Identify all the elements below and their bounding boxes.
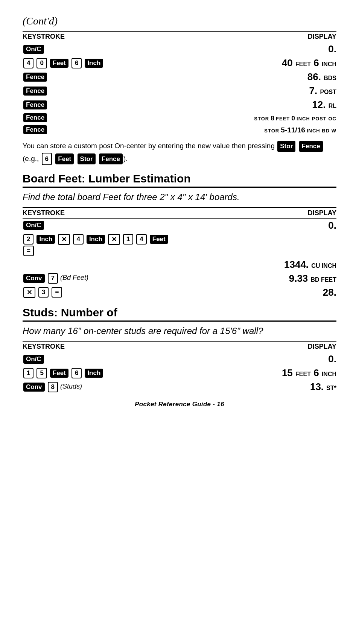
keystroke-cell: Fence <box>23 98 180 112</box>
key-inch3[interactable]: Inch <box>87 235 105 244</box>
keystroke-cell: Conv 7 (Bd Feet) <box>23 272 180 286</box>
key-times1[interactable]: ✕ <box>58 234 70 245</box>
display-label2: DISPLAY <box>308 209 336 217</box>
table-row: On/C 0. <box>23 219 336 232</box>
display-cell: 9.33 BD FEET <box>180 272 336 286</box>
key-6-para[interactable]: 6 <box>42 153 52 166</box>
bd-feet-label: (Bd Feet) <box>60 274 88 281</box>
key-1b[interactable]: 1 <box>23 368 33 378</box>
section1-header: KEYSTROKE DISPLAY <box>23 31 336 42</box>
key-inch[interactable]: Inch <box>85 59 103 68</box>
display-cell <box>180 232 336 258</box>
onc-key2[interactable]: On/C <box>23 221 44 230</box>
key-6b[interactable]: 6 <box>71 368 82 378</box>
section2-heading: Board Feet: Lumber Estimation <box>23 172 336 185</box>
display-cell: 28. <box>180 286 336 299</box>
onc-key[interactable]: On/C <box>23 45 44 54</box>
key-0[interactable]: 0 <box>37 58 47 68</box>
footer: Pocket Reference Guide - 16 <box>23 401 336 408</box>
key-equals2[interactable]: = <box>52 287 62 298</box>
key-times3[interactable]: ✕ <box>23 287 35 298</box>
key-equals[interactable]: = <box>23 246 34 256</box>
display-value: 9.33 BD FEET <box>289 273 336 284</box>
key-4[interactable]: 4 <box>73 234 83 245</box>
display-value: 28. <box>323 287 336 298</box>
key-8[interactable]: 8 <box>48 382 58 392</box>
studs-label: (Studs) <box>60 382 82 390</box>
table-row: 2 Inch ✕ 4 Inch ✕ 1 4 Feet = <box>23 232 336 258</box>
key-stor-para[interactable]: Stor <box>78 153 96 165</box>
keystroke-label3: KEYSTROKE <box>23 343 65 351</box>
display-value: 86. BDS <box>307 71 336 82</box>
key-feet3[interactable]: Feet <box>50 369 68 378</box>
key-stor[interactable]: Stor <box>277 141 295 152</box>
table-row: Fence STOR 8 FEET 0 INCH POST OC <box>23 112 336 124</box>
keystroke-cell: Fence <box>23 112 180 124</box>
display-cell: 0. <box>180 219 336 232</box>
key-5[interactable]: 5 <box>37 368 47 378</box>
table-row: 1 5 Feet 6 Inch 15 FEET 6 INCH <box>23 366 336 380</box>
keystroke-cell: ✕ 3 = <box>23 286 180 299</box>
keystroke-cell: 4 0 Feet 6 Inch <box>23 56 180 70</box>
display-value: 13. ST* <box>310 381 336 392</box>
page-container: (Cont'd) KEYSTROKE DISPLAY On/C 0. 4 0 F <box>23 15 336 408</box>
keystroke-label2: KEYSTROKE <box>23 209 65 217</box>
key-conv[interactable]: Conv <box>23 274 45 283</box>
key-4b[interactable]: 4 <box>136 234 146 245</box>
key-fence[interactable]: Fence <box>23 73 47 82</box>
display-cell: 0. <box>180 352 336 366</box>
onc-key3[interactable]: On/C <box>23 355 44 364</box>
section2-header: KEYSTROKE DISPLAY <box>23 207 336 219</box>
display-cell: 1344. CU INCH <box>180 258 336 272</box>
display-label3: DISPLAY <box>308 343 336 351</box>
key-3[interactable]: 3 <box>38 287 49 298</box>
section2-table: On/C 0. 2 Inch ✕ 4 Inch ✕ 1 4 Feet <box>23 219 336 299</box>
table-row: 4 0 Feet 6 Inch 40 FEET 6 INCH <box>23 56 336 70</box>
display-cell: 7. POST <box>180 84 336 98</box>
keystroke-cell: On/C <box>23 219 180 232</box>
table-row: Fence 86. BDS <box>23 70 336 84</box>
key-fence[interactable]: Fence <box>23 100 47 109</box>
key-conv2[interactable]: Conv <box>23 383 45 392</box>
display-cell: 0. <box>180 42 336 56</box>
table-row: ✕ 3 = 28. <box>23 286 336 299</box>
display-cell: 40 FEET 6 INCH <box>180 56 336 70</box>
display-cell: 86. BDS <box>180 70 336 84</box>
display-value: 7. POST <box>309 85 336 96</box>
key-6[interactable]: 6 <box>71 58 82 68</box>
key-inch4[interactable]: Inch <box>85 369 103 378</box>
display-value: 0. <box>328 220 336 231</box>
key-7[interactable]: 7 <box>48 273 58 284</box>
table-row: Fence 12. RL <box>23 98 336 112</box>
key-feet2[interactable]: Feet <box>150 235 168 244</box>
display-cell: 13. ST* <box>180 380 336 394</box>
key-fence[interactable]: Fence <box>23 125 47 134</box>
cont-title: (Cont'd) <box>23 15 336 27</box>
key-fence[interactable]: Fence <box>23 113 47 122</box>
keystroke-cell <box>23 258 180 272</box>
key-times2[interactable]: ✕ <box>108 234 120 245</box>
key-feet[interactable]: Feet <box>50 59 68 68</box>
display-cell: 12. RL <box>180 98 336 112</box>
key-4[interactable]: 4 <box>23 58 33 68</box>
section3-rule <box>23 320 336 322</box>
keystroke-cell: On/C <box>23 42 180 56</box>
section3-table: On/C 0. 1 5 Feet 6 Inch 15 FEET 6 INCH <box>23 352 336 394</box>
key-feet-para[interactable]: Feet <box>55 153 74 165</box>
table-row: On/C 0. <box>23 352 336 366</box>
display-value: 15 FEET 6 INCH <box>282 367 336 378</box>
key-fence[interactable]: Fence <box>23 87 47 96</box>
keystroke-cell: On/C <box>23 352 180 366</box>
key-inch2[interactable]: Inch <box>37 235 55 244</box>
key-2[interactable]: 2 <box>23 234 33 245</box>
keystroke-cell: Fence <box>23 70 180 84</box>
display-cell: STOR 5-11/16 INCH BD W <box>180 124 336 136</box>
key-fence-para2[interactable]: Fence <box>99 153 123 165</box>
table-row: Fence STOR 5-11/16 INCH BD W <box>23 124 336 136</box>
keystroke-cell: Conv 8 (Studs) <box>23 380 180 394</box>
section3-header: KEYSTROKE DISPLAY <box>23 341 336 352</box>
key-1[interactable]: 1 <box>123 234 133 245</box>
display-value: 0. <box>328 43 336 55</box>
display-cell: 15 FEET 6 INCH <box>180 366 336 380</box>
key-fence-para[interactable]: Fence <box>299 141 323 152</box>
